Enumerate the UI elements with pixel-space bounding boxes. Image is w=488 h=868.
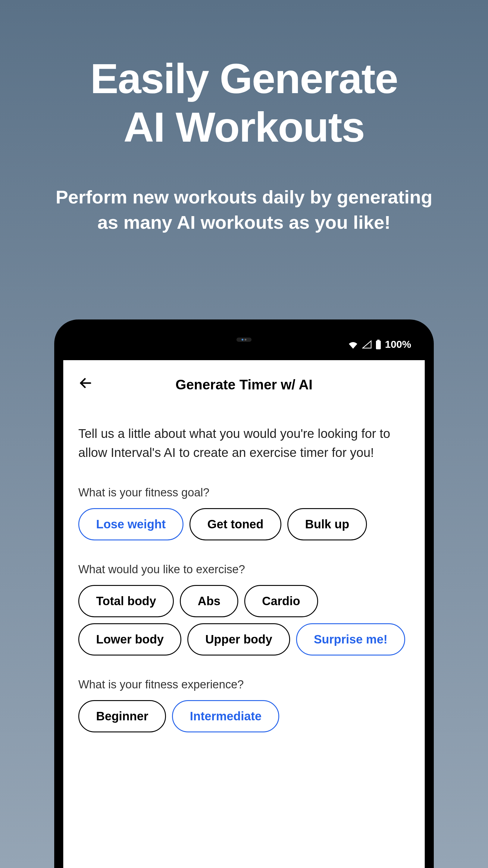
chip-upper-body[interactable]: Upper body [187, 623, 290, 655]
chip-total-body[interactable]: Total body [78, 585, 174, 617]
svg-rect-1 [376, 341, 381, 349]
chip-cardio[interactable]: Cardio [244, 585, 318, 617]
chip-bulk-up[interactable]: Bulk up [287, 508, 367, 540]
chip-group-experience: Beginner Intermediate [78, 700, 410, 733]
chip-abs[interactable]: Abs [180, 585, 238, 617]
signal-icon [362, 340, 372, 349]
chip-beginner[interactable]: Beginner [78, 700, 166, 733]
question-label-experience: What is your fitness experience? [78, 678, 410, 691]
wifi-icon [348, 340, 358, 349]
app-screen: Generate Timer w/ AI Tell us a little ab… [63, 360, 425, 868]
battery-icon [375, 340, 381, 349]
headline-line-1: Easily Generate [0, 54, 488, 103]
phone-bezel: 100% Generate Timer w/ AI Tell us a litt… [63, 329, 425, 868]
chip-intermediate[interactable]: Intermediate [172, 700, 279, 733]
page-title: Generate Timer w/ AI [78, 376, 410, 393]
promo-headline: Easily Generate AI Workouts [0, 0, 488, 151]
question-label-goal: What is your fitness goal? [78, 486, 410, 499]
headline-line-2: AI Workouts [0, 103, 488, 151]
chip-surprise-me[interactable]: Surprise me! [296, 623, 405, 655]
phone-mockup-frame: 100% Generate Timer w/ AI Tell us a litt… [54, 319, 434, 868]
svg-rect-0 [377, 340, 380, 341]
exercise-section: What would you like to exercise? Total b… [78, 563, 410, 655]
experience-section: What is your fitness experience? Beginne… [78, 678, 410, 733]
chip-get-toned[interactable]: Get toned [190, 508, 281, 540]
battery-percent: 100% [385, 338, 411, 350]
chip-group-exercise: Total body Abs Cardio Lower body Upper b… [78, 585, 410, 655]
chip-group-goal: Lose weight Get toned Bulk up [78, 508, 410, 540]
promo-subtitle: Perform new workouts daily by generating… [0, 184, 488, 235]
chip-lower-body[interactable]: Lower body [78, 623, 181, 655]
intro-text: Tell us a little about what you would yo… [78, 424, 410, 462]
question-label-exercise: What would you like to exercise? [78, 563, 410, 576]
goal-section: What is your fitness goal? Lose weight G… [78, 486, 410, 540]
chip-lose-weight[interactable]: Lose weight [78, 508, 184, 540]
status-bar: 100% [63, 329, 425, 360]
app-header: Generate Timer w/ AI [78, 375, 410, 394]
